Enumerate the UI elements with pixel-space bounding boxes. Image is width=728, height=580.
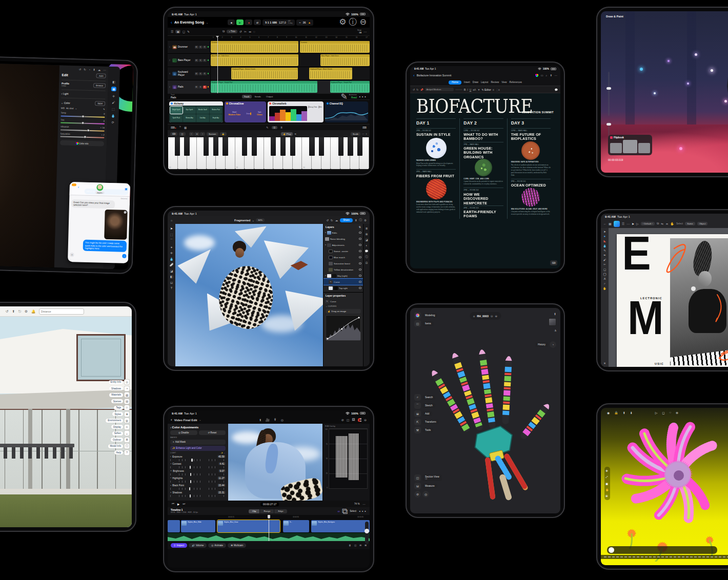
search-icon[interactable]: ⌕ — [414, 394, 421, 401]
settings-icon[interactable]: ⊛ — [676, 411, 678, 415]
ellipse-icon[interactable]: ◯ — [603, 273, 606, 276]
preset-button[interactable]: Dark Arp — [196, 114, 209, 122]
document-canvas[interactable]: BIOFACTURE INNOVATION SUMMIT DAY 1 2PM —… — [410, 93, 560, 268]
tab-review[interactable]: Review — [491, 81, 499, 84]
section-view-button[interactable]: Section ViewOff — [422, 474, 442, 481]
slider-brightness[interactable]: ☀Brightness9.07 — [170, 469, 226, 475]
editor-button[interactable]: ✎ Editor — [481, 88, 491, 91]
color-mix-button[interactable]: Color mix — [60, 140, 104, 146]
brush-icon[interactable]: 🖌 — [603, 258, 606, 261]
region[interactable]: Keyboard Player - Brixton Chords — [231, 68, 298, 79]
tab-sends[interactable]: Sends — [253, 95, 263, 98]
object-menu[interactable]: Object — [697, 222, 708, 225]
settings-icon[interactable]: ⚙ — [364, 219, 367, 222]
slider-highlights[interactable]: ◓Highlights11.27 — [170, 477, 226, 483]
target-icon[interactable]: ◌ — [669, 411, 671, 415]
open-in-icon[interactable]: ⎋ — [18, 309, 21, 314]
wb-chevron-icon[interactable]: ⌄ — [75, 107, 77, 110]
document-pill[interactable]: ⌂ RH_0003 ⊙ ⊖ — [470, 312, 501, 320]
masking-icon[interactable]: ▦ — [111, 87, 116, 91]
panel-environment[interactable]: Environment — [106, 419, 123, 423]
timeline-ruler[interactable]: 00:00:15 00:00:30 00:00:45 — [168, 515, 370, 520]
lasso-tool-icon[interactable]: ⌒ — [170, 238, 173, 243]
close-icon[interactable]: ✕ — [603, 362, 606, 365]
expand-icon[interactable]: ⤢ — [605, 475, 609, 479]
trash-icon[interactable]: 🗑 — [349, 544, 351, 547]
list-icon[interactable]: ⋮≡ — [496, 88, 500, 91]
visibility-icon[interactable] — [359, 287, 361, 288]
panel-soften[interactable]: Soften — [112, 431, 123, 436]
send-icon[interactable]: ↑ — [122, 254, 126, 258]
orbit-icon[interactable]: ◎ — [422, 491, 429, 498]
pencil-icon[interactable]: ✎ — [187, 30, 190, 33]
scissors-icon[interactable]: ✂ — [603, 263, 606, 266]
pencil-icon[interactable]: ✎ — [603, 249, 606, 252]
settings-icon[interactable]: ⚙ — [339, 17, 346, 28]
document-title[interactable]: Biofacture Innovation Summit — [417, 74, 452, 77]
solo-button[interactable]: S — [199, 46, 203, 49]
transform-icon[interactable]: ⇱ — [414, 419, 421, 425]
render-mode-icon[interactable] — [414, 312, 421, 319]
panel-shadows[interactable]: Shadows — [109, 386, 123, 390]
chromaglow-plugin[interactable]: ChromaGlow ModelModern Tube Drive StyleC… — [225, 101, 266, 122]
playhead[interactable] — [217, 36, 218, 93]
visibility-icon[interactable] — [359, 256, 361, 258]
info-icon[interactable]: ⓘ — [359, 218, 362, 222]
stop-icon[interactable]: ◻ — [662, 411, 664, 415]
eyedropper-icon[interactable]: 💧 — [603, 244, 606, 247]
snap-setting[interactable]: Snap1/4 — [357, 29, 361, 33]
region[interactable]: Bass Player - Indie Disco — [211, 54, 298, 66]
glissando-icon[interactable]: ➔ — [294, 133, 296, 135]
export-icon[interactable]: ⬆ — [355, 219, 357, 222]
tint-slider[interactable] — [60, 122, 105, 124]
title-chevron-icon[interactable]: ⌄ — [199, 419, 201, 421]
visibility-icon[interactable] — [359, 244, 361, 245]
record-icon[interactable]: ◉ — [607, 411, 610, 415]
solo-button[interactable]: S — [199, 72, 203, 75]
pin-icon[interactable]: 📌 — [420, 88, 423, 91]
drag-on-image-button[interactable]: ☝Drag on image — [326, 309, 361, 314]
project-title[interactable]: Video Final Edit — [174, 419, 197, 422]
select-menu[interactable]: Select — [676, 222, 683, 225]
preset-button[interactable]: Epic Synth — [183, 107, 196, 114]
mute-button[interactable]: M — [195, 59, 198, 62]
model-info-icon[interactable]: ⓘ — [124, 443, 130, 449]
mask-icon[interactable]: ◪ — [365, 238, 368, 241]
lock-button[interactable]: 🔒 — [220, 132, 227, 136]
track-row[interactable]: 1 🥁 Drummer MSR Drummer Drummer — [168, 40, 370, 53]
faders-icon[interactable]: 🎚 — [280, 126, 284, 129]
more-icon[interactable]: ⋯ — [555, 74, 557, 77]
play-icon[interactable]: ▷ — [655, 411, 658, 415]
track-row[interactable]: 3 ▤ Keyboard Player MSR Keyboard Player … — [168, 67, 370, 80]
inspect-button[interactable]: ⚲ Inspect — [171, 543, 187, 548]
frame-thumbnail-current[interactable] — [623, 140, 637, 153]
home-icon[interactable]: ⌂ — [473, 315, 475, 318]
import-icon[interactable]: ⬆ — [259, 418, 261, 422]
tab-output[interactable]: Output — [264, 95, 275, 98]
corner-tool-icon[interactable]: ◣ — [603, 239, 605, 242]
dismiss-keyboard-icon[interactable]: ⌨ — [550, 260, 557, 265]
editor-view-icon[interactable]: ▣ — [175, 30, 180, 33]
image-canvas[interactable] — [175, 224, 323, 366]
align-icon[interactable]: ≡ — [493, 88, 494, 91]
back-icon[interactable]: ‹ — [171, 418, 172, 422]
more-icon[interactable]: ⋯ — [626, 222, 630, 225]
volume-button[interactable]: 🔊 Volume — [189, 543, 207, 548]
eyedropper-icon[interactable]: ✎ — [103, 108, 105, 111]
transform-tool-icon[interactable]: ⬚ — [170, 233, 173, 236]
eraser-tool-icon[interactable]: ◪ — [170, 269, 173, 273]
settings-icon[interactable]: ⚙ — [25, 309, 28, 314]
font-field[interactable]: Antipol Medium — [425, 88, 454, 91]
add-mask-button[interactable]: ＋ Add Mask — [170, 440, 226, 445]
share-icon[interactable]: ⬆ — [93, 68, 95, 71]
model-viewport[interactable]: Entity Info⊙ Shadows◑ Materials▨ Scenes▤… — [0, 317, 132, 527]
info-icon[interactable]: ⓘ — [365, 255, 368, 259]
back-icon[interactable]: ‹ — [171, 20, 172, 25]
octave-up-button[interactable]: › — [200, 132, 205, 136]
back-icon[interactable]: ← — [603, 222, 606, 225]
bar-ruler[interactable]: 1234567891011121314151617 — [168, 36, 370, 40]
trim-right-icon[interactable]: ⊠ — [365, 544, 367, 547]
view-cube[interactable] — [549, 318, 556, 326]
remove-attachment-icon[interactable]: ✕ — [124, 211, 127, 214]
preset-button[interactable]: Bright Synth — [170, 107, 183, 114]
